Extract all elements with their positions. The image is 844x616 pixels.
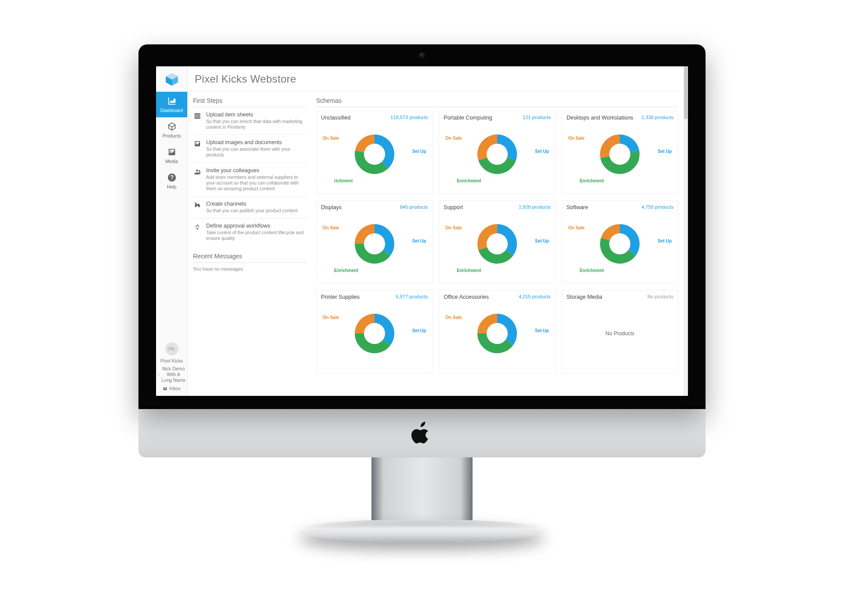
sidebar-spacer (156, 194, 187, 339)
step-title: Create channels (206, 201, 298, 207)
donut-wrap: On SaleSet Uprichment (321, 123, 428, 185)
main: Pixel Kicks Webstore First Steps Upload … (188, 66, 688, 396)
donut-wrap: On SaleSet Up (321, 303, 428, 364)
scrollbar[interactable] (684, 66, 688, 396)
schema-card[interactable]: Storage MediaNo productsNo Products (562, 290, 678, 373)
first-step-item[interactable]: Define approval workflowsTake control of… (193, 218, 307, 246)
legend-onsale: On Sale (323, 136, 339, 141)
legend-setup: Set Up (535, 328, 549, 333)
camera-icon (419, 52, 425, 58)
profile-inbox-label: Inbox (169, 386, 181, 391)
legend-setup: Set Up (412, 149, 426, 154)
brand-logo[interactable] (156, 66, 187, 92)
page-title: Pixel Kicks Webstore (195, 73, 296, 85)
profile-name: Pixel Kicks (160, 358, 183, 363)
donut-wrap: On SaleSet UpEnrichment (567, 123, 673, 185)
step-title: Upload item sheets (206, 112, 307, 118)
legend-setup: Set Up (658, 239, 672, 243)
legend-onsale: On Sale (568, 136, 585, 141)
step-desc: Take control of the product content life… (206, 230, 307, 241)
card-head: Storage MediaNo products (567, 294, 673, 300)
step-icon (193, 167, 202, 176)
first-steps-heading: First Steps (193, 97, 307, 107)
imac-frame: Dashboard Products Media Help (138, 44, 706, 572)
donut-chart (350, 220, 399, 268)
donut-chart (473, 309, 521, 358)
page-header: Pixel Kicks Webstore (188, 66, 688, 92)
schema-card[interactable]: Support1,928 productsOn SaleSet UpEnrich… (439, 200, 555, 284)
donut-wrap: On SaleSet UpEnrichment (444, 123, 550, 185)
schema-card[interactable]: Office Accessories4,215 productsOn SaleS… (439, 290, 555, 373)
apple-logo-icon (410, 419, 434, 447)
step-icon (193, 201, 202, 210)
recent-messages-heading: Recent Messages (193, 253, 307, 263)
donut-chart (473, 220, 521, 268)
legend-setup: Set Up (412, 239, 426, 243)
schema-card[interactable]: Unclassified118,573 productsOn SaleSet U… (316, 111, 433, 194)
card-head: Support1,928 products (444, 204, 550, 210)
step-title: Invite your colleagues (206, 167, 307, 174)
schemas-grid: Unclassified118,573 productsOn SaleSet U… (316, 111, 678, 373)
donut-chart (596, 220, 644, 268)
avatar[interactable]: PK (165, 342, 178, 355)
schema-card[interactable]: Displays845 productsOn SaleSet UpEnrichm… (316, 200, 433, 284)
left-column: First Steps Upload item sheetsSo that yo… (193, 97, 307, 396)
schema-sub: 1,928 products (519, 204, 551, 210)
screen: Dashboard Products Media Help (156, 66, 688, 396)
schema-title: Portable Computing (444, 115, 492, 121)
donut-wrap: On SaleSet UpEnrichment (567, 213, 673, 275)
card-head: Portable Computing121 products (444, 115, 550, 121)
monitor-stand-neck (371, 457, 473, 523)
legend-enrichment: Enrichment (457, 268, 481, 273)
schema-title: Desktops and Workstations (567, 115, 633, 121)
sidebar-item-label: Dashboard (160, 108, 183, 113)
sidebar-item-label: Media (165, 159, 178, 164)
monitor-bezel: Dashboard Products Media Help (138, 44, 706, 409)
sidebar-item-help[interactable]: Help (156, 168, 187, 194)
schema-card[interactable]: Portable Computing121 productsOn SaleSet… (439, 111, 555, 194)
schema-sub: 4,755 products (641, 204, 673, 210)
donut-wrap: On SaleSet UpEnrichment (321, 213, 428, 275)
card-head: Displays845 products (321, 204, 428, 210)
step-icon (193, 112, 202, 120)
sidebar-item-dashboard[interactable]: Dashboard (156, 92, 187, 117)
schema-sub: 4,215 products (519, 294, 551, 299)
first-step-item[interactable]: Create channelsSo that you can publish y… (193, 196, 307, 218)
first-step-item[interactable]: Upload item sheetsSo that you can enrich… (193, 107, 307, 135)
legend-onsale: On Sale (445, 225, 462, 230)
profile-inbox-link[interactable]: Inbox (163, 386, 181, 391)
legend-onsale: On Sale (323, 315, 339, 320)
recent-messages-empty: You have no messages (193, 263, 307, 272)
step-icon (193, 139, 202, 148)
legend-setup: Set Up (535, 149, 549, 154)
schema-card[interactable]: Printer Supplies6,977 productsOn SaleSet… (316, 290, 433, 373)
logo-cube-icon (164, 72, 179, 87)
schema-card[interactable]: Desktops and Workstations1,338 productsO… (562, 111, 678, 194)
card-head: Software4,755 products (567, 204, 673, 210)
schema-title: Office Accessories (444, 294, 489, 300)
recent-messages-section: Recent Messages You have no messages (193, 253, 307, 272)
legend-onsale: On Sale (568, 225, 585, 230)
schemas-section: Schemas Unclassified118,573 productsOn S… (316, 97, 678, 396)
scrollbar-thumb[interactable] (684, 66, 688, 119)
first-step-item[interactable]: Upload images and documentsSo that you c… (193, 135, 307, 163)
donut-chart (350, 130, 399, 178)
id-card-icon (158, 372, 160, 377)
sidebar-item-media[interactable]: Media (156, 143, 187, 168)
sidebar-item-label: Products (163, 133, 181, 138)
sidebar-nav: Dashboard Products Media Help (156, 92, 187, 194)
donut-chart (350, 309, 399, 358)
profile-user-link[interactable]: Nick Demo With A Long Name (158, 366, 186, 383)
donut-wrap: On SaleSet UpEnrichment (444, 213, 550, 275)
schema-sub: 121 products (523, 115, 551, 120)
monitor-chin (138, 409, 706, 457)
schema-card[interactable]: Software4,755 productsOn SaleSet UpEnric… (562, 200, 678, 284)
legend-enrichment: Enrichment (580, 268, 604, 273)
first-step-item[interactable]: Invite your colleaguesAdd team members a… (193, 163, 307, 196)
cube-icon (167, 122, 177, 131)
step-desc: So that you can enrich that data with ma… (206, 119, 307, 130)
first-steps-list: Upload item sheetsSo that you can enrich… (193, 107, 307, 246)
sidebar-item-products[interactable]: Products (156, 117, 187, 143)
schema-title: Support (444, 204, 463, 210)
app-root: Dashboard Products Media Help (156, 66, 688, 396)
